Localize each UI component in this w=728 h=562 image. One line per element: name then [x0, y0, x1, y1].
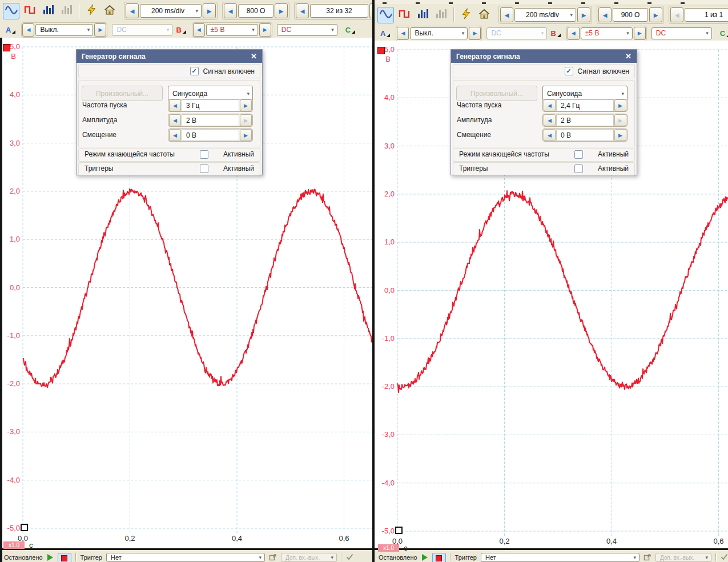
- generator-dialog-titlebar[interactable]: Генератор сигнала ✕: [77, 50, 262, 63]
- frequency-increase-button[interactable]: ▶: [240, 99, 252, 111]
- frequency-increase-button[interactable]: ▶: [614, 99, 626, 111]
- impedance-field[interactable]: 800 О: [238, 4, 273, 18]
- square-wave-mode-button[interactable]: [396, 7, 412, 23]
- connection-button[interactable]: [346, 553, 353, 561]
- signal-on-checkbox[interactable]: ✓: [565, 67, 573, 75]
- channel-b-range-select[interactable]: ±5 В ▾: [581, 27, 633, 39]
- trigger-setup-button[interactable]: [643, 553, 651, 562]
- close-icon[interactable]: ✕: [251, 52, 257, 61]
- connection-button[interactable]: [721, 553, 728, 561]
- channel-a-range-select[interactable]: Выкл. ▾: [410, 27, 468, 39]
- oscilloscope-mode-button[interactable]: [3, 3, 19, 19]
- channel-b-range-decrease-button[interactable]: ◀: [568, 27, 580, 40]
- channel-a-button[interactable]: A: [6, 26, 11, 34]
- impedance-field[interactable]: 900 О: [613, 8, 648, 22]
- amplitude-decrease-button[interactable]: ◀: [544, 114, 556, 126]
- triggers-checkbox[interactable]: [200, 164, 208, 173]
- timebase-value: 200 ms/div: [526, 11, 559, 19]
- channel-a-range-value: Выкл.: [40, 26, 58, 34]
- frame-previous-button[interactable]: ◀: [670, 7, 683, 22]
- start-button[interactable]: [421, 553, 428, 562]
- frequency-decrease-button[interactable]: ◀: [169, 99, 181, 111]
- frame-counter[interactable]: 1 из 1: [685, 8, 728, 22]
- home-button[interactable]: [101, 3, 118, 19]
- channel-b-button[interactable]: B: [550, 29, 556, 38]
- spectrum-mode-button[interactable]: [414, 7, 431, 23]
- channel-c-button[interactable]: C: [345, 26, 351, 34]
- offset-decrease-button[interactable]: ◀: [169, 129, 181, 141]
- origin-handle[interactable]: [21, 524, 28, 531]
- channel-b-range-increase-button[interactable]: ▶: [634, 27, 646, 40]
- channel-b-coupling-select[interactable]: DC ▾: [651, 27, 712, 39]
- timebase-increase-button[interactable]: ▶: [203, 3, 216, 18]
- amplitude-field[interactable]: 2 В: [182, 114, 239, 126]
- channel-a-range-decrease-button[interactable]: ◀: [22, 23, 34, 37]
- channel-c-button[interactable]: C: [720, 29, 725, 38]
- spectrum-off-button[interactable]: [432, 7, 449, 23]
- amplitude-increase-button[interactable]: ▶: [614, 114, 626, 126]
- trigger-setup-button[interactable]: [269, 553, 277, 562]
- signal-on-checkbox[interactable]: ✓: [190, 67, 199, 75]
- timebase-decrease-button[interactable]: ◀: [500, 7, 513, 22]
- y-tick-label: 1,0: [1, 235, 20, 243]
- channel-b-range-increase-button[interactable]: ▶: [259, 23, 271, 37]
- channel-b-range-decrease-button[interactable]: ◀: [193, 23, 205, 37]
- timebase-increase-button[interactable]: ▶: [577, 7, 590, 22]
- impedance-increase-button[interactable]: ▶: [275, 3, 288, 18]
- signal-on-label: Сигнал включен: [578, 67, 629, 75]
- generator-dialog-titlebar[interactable]: Генератор сигнала ✕: [451, 50, 637, 63]
- spectrum-mode-button[interactable]: [39, 3, 56, 19]
- impedance-decrease-button[interactable]: ◀: [598, 7, 612, 22]
- frequency-decrease-button[interactable]: ◀: [544, 99, 556, 111]
- frame-previous-button[interactable]: ◀: [296, 3, 309, 18]
- home-icon: [104, 5, 115, 18]
- origin-handle[interactable]: [395, 527, 403, 534]
- sweep-checkbox[interactable]: [574, 150, 583, 159]
- channel-b-button[interactable]: B: [176, 26, 181, 34]
- channel-a-button[interactable]: A: [380, 29, 385, 38]
- x-tick-label: 0,2: [495, 537, 514, 545]
- triggers-checkbox[interactable]: [574, 164, 583, 173]
- amplitude-decrease-button[interactable]: ◀: [169, 114, 181, 126]
- frame-counter[interactable]: 32 из 32: [310, 4, 368, 18]
- stop-button[interactable]: [58, 553, 71, 562]
- channel-a-range-value: Выкл.: [415, 29, 433, 37]
- signal-on-label: Сигнал включен: [203, 67, 255, 75]
- channel-a-range-increase-button[interactable]: ▶: [469, 27, 481, 40]
- channel-b-coupling-select[interactable]: DC ▾: [277, 24, 337, 36]
- frequency-field[interactable]: 2,4 Гц: [556, 99, 614, 111]
- close-icon[interactable]: ✕: [625, 52, 632, 61]
- timebase-select[interactable]: 200 ms/div ▾: [514, 8, 576, 22]
- trigger-select[interactable]: Нет ▾: [106, 553, 265, 562]
- channel-a-range-increase-button[interactable]: ▶: [94, 23, 106, 37]
- timebase-decrease-button[interactable]: ◀: [126, 3, 139, 18]
- offset-increase-button[interactable]: ▶: [614, 129, 626, 141]
- impedance-decrease-button[interactable]: ◀: [224, 3, 237, 18]
- square-wave-mode-button[interactable]: [21, 3, 38, 19]
- spectrum-off-button[interactable]: [58, 3, 74, 19]
- autosetup-button[interactable]: [83, 3, 99, 19]
- timebase-select[interactable]: 200 ms/div ▾: [140, 4, 202, 18]
- chevron-down-icon: ▾: [626, 30, 629, 36]
- channel-a-range-select[interactable]: Выкл. ▾: [35, 24, 93, 36]
- frame-next-button[interactable]: ▶: [369, 3, 372, 18]
- offset-decrease-button[interactable]: ◀: [544, 129, 556, 141]
- autosetup-button[interactable]: [457, 7, 474, 23]
- triggers-state-label: Активный: [223, 164, 254, 172]
- oscilloscope-mode-button[interactable]: [377, 7, 394, 23]
- frequency-field[interactable]: 3 Гц: [182, 99, 239, 111]
- stop-button[interactable]: [432, 553, 446, 562]
- start-button[interactable]: [47, 553, 54, 562]
- offset-field[interactable]: 0 В: [182, 129, 239, 141]
- sweep-checkbox[interactable]: [200, 150, 208, 159]
- offset-row: Смещение ◀ 0 В ▶: [77, 129, 262, 142]
- home-button[interactable]: [476, 7, 492, 23]
- channel-a-range-decrease-button[interactable]: ◀: [397, 27, 409, 40]
- channel-b-range-select[interactable]: ±5 В ▾: [206, 24, 258, 36]
- amplitude-increase-button[interactable]: ▶: [240, 114, 252, 126]
- amplitude-field[interactable]: 2 В: [556, 114, 614, 126]
- trigger-select[interactable]: Нет ▾: [481, 553, 639, 562]
- impedance-increase-button[interactable]: ▶: [649, 7, 662, 22]
- offset-field[interactable]: 0 В: [556, 129, 614, 141]
- offset-increase-button[interactable]: ▶: [240, 129, 252, 141]
